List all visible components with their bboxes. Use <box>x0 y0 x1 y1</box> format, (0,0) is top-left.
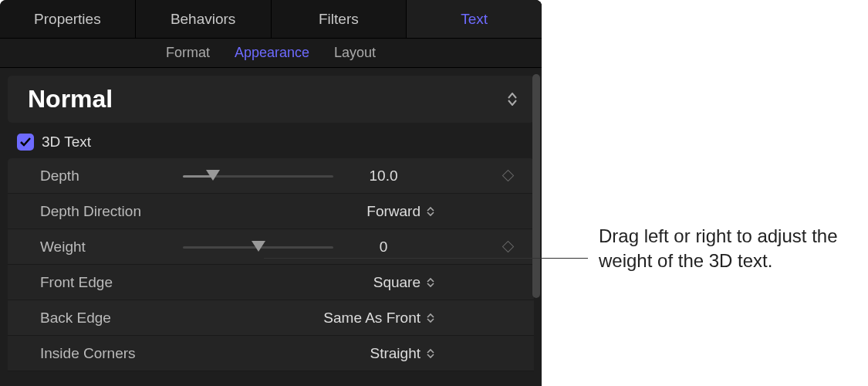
param-label: Back Edge <box>40 310 183 327</box>
subtab-format[interactable]: Format <box>166 45 210 61</box>
slider-thumb-icon[interactable] <box>206 170 220 181</box>
chevron-updown-icon <box>427 278 434 287</box>
param-label: Inside Corners <box>40 345 183 362</box>
3d-text-label: 3D Text <box>42 134 91 151</box>
param-inside-corners: Inside Corners Straight <box>8 336 534 371</box>
3d-text-checkbox[interactable] <box>17 134 34 151</box>
subtab-layout[interactable]: Layout <box>334 45 376 61</box>
depth-direction-dropdown[interactable]: Forward <box>183 203 523 220</box>
stepper-icon[interactable] <box>508 93 517 106</box>
depth-keyframe[interactable] <box>492 171 523 180</box>
front-edge-dropdown[interactable]: Square <box>183 274 523 291</box>
preset-dropdown[interactable]: Normal <box>8 76 534 123</box>
inside-corners-dropdown[interactable]: Straight <box>183 345 523 362</box>
dropdown-value: Straight <box>370 345 420 362</box>
dropdown-value: Square <box>373 274 420 291</box>
tab-filters[interactable]: Filters <box>272 0 407 38</box>
scrollbar[interactable] <box>532 74 540 298</box>
depth-slider[interactable] <box>183 168 333 184</box>
tab-text[interactable]: Text <box>407 0 542 38</box>
preset-label: Normal <box>28 85 113 113</box>
subtab-appearance[interactable]: Appearance <box>235 45 309 61</box>
param-label: Depth <box>40 168 183 185</box>
chevron-updown-icon <box>427 349 434 358</box>
param-label: Weight <box>40 239 183 256</box>
callout-text: Drag left or right to adjust the weight … <box>599 224 868 274</box>
weight-value[interactable]: 0 <box>333 239 434 256</box>
tab-properties[interactable]: Properties <box>0 0 136 38</box>
3d-text-checkbox-row: 3D Text <box>0 123 542 158</box>
back-edge-dropdown[interactable]: Same As Front <box>183 310 523 327</box>
top-tab-bar: Properties Behaviors Filters Text <box>0 0 542 39</box>
param-depth-direction: Depth Direction Forward <box>8 194 534 229</box>
dropdown-value: Same As Front <box>323 310 420 327</box>
weight-slider[interactable] <box>183 239 333 255</box>
sub-tab-bar: Format Appearance Layout <box>0 39 542 68</box>
param-depth: Depth 10.0 <box>8 158 534 194</box>
slider-thumb-icon[interactable] <box>252 241 265 252</box>
chevron-updown-icon <box>427 207 434 216</box>
param-weight: Weight 0 <box>8 229 534 265</box>
param-label: Front Edge <box>40 274 183 291</box>
dropdown-value: Forward <box>366 203 420 220</box>
chevron-updown-icon <box>427 313 434 323</box>
params-list: Depth 10.0 Depth Direction Forward Weigh… <box>8 158 534 371</box>
callout-line <box>264 258 588 259</box>
depth-value[interactable]: 10.0 <box>333 168 434 185</box>
tab-behaviors[interactable]: Behaviors <box>136 0 272 38</box>
param-label: Depth Direction <box>40 203 183 220</box>
inspector-panel: Properties Behaviors Filters Text Format… <box>0 0 542 386</box>
param-front-edge: Front Edge Square <box>8 265 534 300</box>
param-back-edge: Back Edge Same As Front <box>8 300 534 336</box>
weight-keyframe[interactable] <box>492 242 523 251</box>
